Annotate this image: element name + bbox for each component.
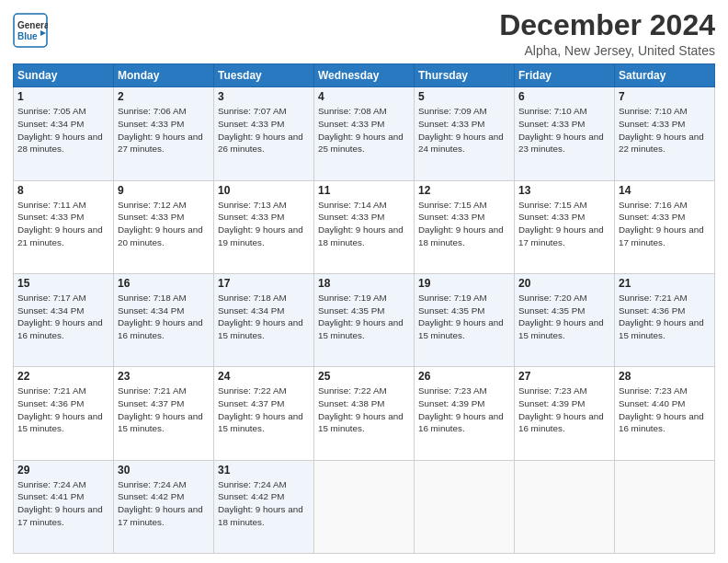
- calendar-cell: 26 Sunrise: 7:23 AMSunset: 4:39 PMDaylig…: [415, 367, 515, 460]
- calendar-cell: 20 Sunrise: 7:20 AMSunset: 4:35 PMDaylig…: [515, 273, 615, 366]
- day-info: Sunrise: 7:13 AMSunset: 4:33 PMDaylight:…: [218, 200, 303, 247]
- calendar-cell: 25 Sunrise: 7:22 AMSunset: 4:38 PMDaylig…: [314, 367, 415, 460]
- day-info: Sunrise: 7:08 AMSunset: 4:33 PMDaylight:…: [318, 106, 404, 154]
- header: General Blue December 2024 Alpha, New Je…: [13, 9, 715, 58]
- day-info: Sunrise: 7:18 AMSunset: 4:34 PMDaylight:…: [118, 293, 203, 340]
- calendar-cell: 31 Sunrise: 7:24 AMSunset: 4:42 PMDaylig…: [214, 460, 314, 553]
- day-number: 21: [619, 277, 711, 290]
- day-number: 24: [218, 370, 310, 383]
- day-info: Sunrise: 7:10 AMSunset: 4:33 PMDaylight:…: [619, 106, 704, 154]
- day-info: Sunrise: 7:19 AMSunset: 4:35 PMDaylight:…: [318, 293, 404, 340]
- day-info: Sunrise: 7:21 AMSunset: 4:36 PMDaylight:…: [619, 293, 704, 340]
- day-info: Sunrise: 7:19 AMSunset: 4:35 PMDaylight:…: [418, 293, 504, 340]
- day-number: 28: [619, 370, 711, 383]
- day-number: 2: [118, 90, 210, 103]
- day-number: 29: [17, 464, 109, 477]
- calendar-cell: 1 Sunrise: 7:05 AMSunset: 4:34 PMDayligh…: [14, 87, 114, 180]
- day-info: Sunrise: 7:10 AMSunset: 4:33 PMDaylight:…: [518, 106, 604, 154]
- day-of-week-header: Thursday: [415, 64, 515, 87]
- day-number: 20: [518, 277, 610, 290]
- day-info: Sunrise: 7:15 AMSunset: 4:33 PMDaylight:…: [518, 200, 604, 247]
- day-of-week-header: Friday: [515, 64, 615, 87]
- day-info: Sunrise: 7:21 AMSunset: 4:36 PMDaylight:…: [17, 385, 103, 433]
- day-info: Sunrise: 7:21 AMSunset: 4:37 PMDaylight:…: [118, 385, 203, 433]
- page: General Blue December 2024 Alpha, New Je…: [0, 0, 728, 563]
- calendar-cell: 5 Sunrise: 7:09 AMSunset: 4:33 PMDayligh…: [415, 87, 515, 180]
- calendar-cell: 18 Sunrise: 7:19 AMSunset: 4:35 PMDaylig…: [314, 273, 415, 366]
- day-number: 27: [518, 370, 610, 383]
- day-info: Sunrise: 7:05 AMSunset: 4:34 PMDaylight:…: [17, 106, 103, 154]
- calendar-cell: 2 Sunrise: 7:06 AMSunset: 4:33 PMDayligh…: [114, 87, 214, 180]
- day-info: Sunrise: 7:17 AMSunset: 4:34 PMDaylight:…: [17, 293, 103, 340]
- day-info: Sunrise: 7:24 AMSunset: 4:42 PMDaylight:…: [218, 479, 303, 527]
- day-number: 26: [418, 370, 510, 383]
- day-number: 9: [118, 184, 210, 197]
- calendar-header-row: SundayMondayTuesdayWednesdayThursdayFrid…: [14, 64, 715, 87]
- day-number: 5: [418, 90, 510, 103]
- day-number: 18: [318, 277, 410, 290]
- day-number: 17: [218, 277, 310, 290]
- day-number: 16: [118, 277, 210, 290]
- calendar-cell: [615, 460, 715, 553]
- day-number: 3: [218, 90, 310, 103]
- logo-icon: General Blue: [13, 13, 48, 48]
- calendar-cell: 27 Sunrise: 7:23 AMSunset: 4:39 PMDaylig…: [515, 367, 615, 460]
- calendar-cell: 10 Sunrise: 7:13 AMSunset: 4:33 PMDaylig…: [214, 180, 314, 273]
- day-number: 22: [17, 370, 109, 383]
- day-info: Sunrise: 7:11 AMSunset: 4:33 PMDaylight:…: [17, 200, 103, 247]
- calendar-cell: 30 Sunrise: 7:24 AMSunset: 4:42 PMDaylig…: [114, 460, 214, 553]
- calendar-week-row: 8 Sunrise: 7:11 AMSunset: 4:33 PMDayligh…: [14, 180, 715, 273]
- day-info: Sunrise: 7:16 AMSunset: 4:33 PMDaylight:…: [619, 200, 704, 247]
- day-number: 8: [17, 184, 109, 197]
- day-info: Sunrise: 7:07 AMSunset: 4:33 PMDaylight:…: [218, 106, 303, 154]
- day-number: 13: [518, 184, 610, 197]
- day-of-week-header: Sunday: [14, 64, 114, 87]
- day-number: 10: [218, 184, 310, 197]
- day-number: 30: [118, 464, 210, 477]
- day-number: 4: [318, 90, 410, 103]
- day-number: 15: [17, 277, 109, 290]
- day-info: Sunrise: 7:20 AMSunset: 4:35 PMDaylight:…: [518, 293, 604, 340]
- calendar-cell: 16 Sunrise: 7:18 AMSunset: 4:34 PMDaylig…: [114, 273, 214, 366]
- day-info: Sunrise: 7:18 AMSunset: 4:34 PMDaylight:…: [218, 293, 303, 340]
- day-of-week-header: Monday: [114, 64, 214, 87]
- calendar-cell: 13 Sunrise: 7:15 AMSunset: 4:33 PMDaylig…: [515, 180, 615, 273]
- day-info: Sunrise: 7:09 AMSunset: 4:33 PMDaylight:…: [418, 106, 504, 154]
- calendar-cell: 29 Sunrise: 7:24 AMSunset: 4:41 PMDaylig…: [14, 460, 114, 553]
- day-number: 6: [518, 90, 610, 103]
- calendar-cell: [515, 460, 615, 553]
- day-number: 31: [218, 464, 310, 477]
- day-info: Sunrise: 7:14 AMSunset: 4:33 PMDaylight:…: [318, 200, 404, 247]
- day-number: 11: [318, 184, 410, 197]
- calendar-cell: 19 Sunrise: 7:19 AMSunset: 4:35 PMDaylig…: [415, 273, 515, 366]
- calendar-cell: 6 Sunrise: 7:10 AMSunset: 4:33 PMDayligh…: [515, 87, 615, 180]
- day-info: Sunrise: 7:23 AMSunset: 4:40 PMDaylight:…: [619, 385, 704, 433]
- day-info: Sunrise: 7:12 AMSunset: 4:33 PMDaylight:…: [118, 200, 203, 247]
- calendar-cell: 9 Sunrise: 7:12 AMSunset: 4:33 PMDayligh…: [114, 180, 214, 273]
- day-info: Sunrise: 7:24 AMSunset: 4:42 PMDaylight:…: [118, 479, 203, 527]
- calendar-cell: 15 Sunrise: 7:17 AMSunset: 4:34 PMDaylig…: [14, 273, 114, 366]
- day-number: 25: [318, 370, 410, 383]
- day-info: Sunrise: 7:24 AMSunset: 4:41 PMDaylight:…: [17, 479, 103, 527]
- day-of-week-header: Saturday: [615, 64, 715, 87]
- calendar-cell: 28 Sunrise: 7:23 AMSunset: 4:40 PMDaylig…: [615, 367, 715, 460]
- day-of-week-header: Tuesday: [214, 64, 314, 87]
- day-of-week-header: Wednesday: [314, 64, 415, 87]
- svg-text:General: General: [17, 20, 48, 30]
- calendar-cell: 21 Sunrise: 7:21 AMSunset: 4:36 PMDaylig…: [615, 273, 715, 366]
- day-info: Sunrise: 7:15 AMSunset: 4:33 PMDaylight:…: [418, 200, 504, 247]
- day-number: 19: [418, 277, 510, 290]
- calendar-cell: 22 Sunrise: 7:21 AMSunset: 4:36 PMDaylig…: [14, 367, 114, 460]
- calendar-cell: 8 Sunrise: 7:11 AMSunset: 4:33 PMDayligh…: [14, 180, 114, 273]
- day-info: Sunrise: 7:22 AMSunset: 4:38 PMDaylight:…: [318, 385, 404, 433]
- calendar-cell: 17 Sunrise: 7:18 AMSunset: 4:34 PMDaylig…: [214, 273, 314, 366]
- calendar-cell: 14 Sunrise: 7:16 AMSunset: 4:33 PMDaylig…: [615, 180, 715, 273]
- day-info: Sunrise: 7:23 AMSunset: 4:39 PMDaylight:…: [418, 385, 504, 433]
- day-number: 1: [17, 90, 109, 103]
- svg-marker-3: [40, 30, 46, 36]
- calendar-cell: 11 Sunrise: 7:14 AMSunset: 4:33 PMDaylig…: [314, 180, 415, 273]
- day-info: Sunrise: 7:23 AMSunset: 4:39 PMDaylight:…: [518, 385, 604, 433]
- calendar-cell: 24 Sunrise: 7:22 AMSunset: 4:37 PMDaylig…: [214, 367, 314, 460]
- calendar-cell: 12 Sunrise: 7:15 AMSunset: 4:33 PMDaylig…: [415, 180, 515, 273]
- day-number: 7: [619, 90, 711, 103]
